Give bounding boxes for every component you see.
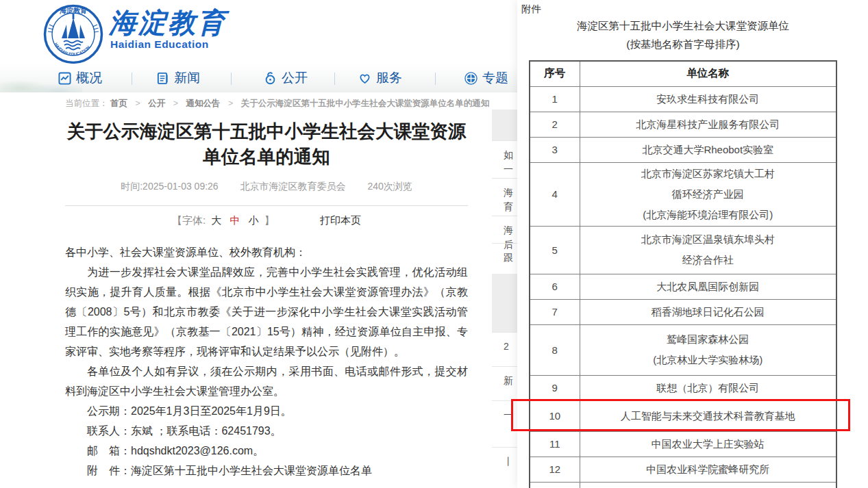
page-title: 关于公示海淀区第十五批中小学生社会大课堂资源单位名单的通知 (65, 119, 468, 170)
table-header-row: 序号 单位名称 (530, 61, 836, 86)
svg-text:海淀教育: 海淀教育 (59, 7, 87, 14)
cell-name: 北京市海淀区温泉镇东埠头村 经济合作社 (580, 226, 836, 274)
attachment-subtitle: (按基地名称首字母排序) (529, 38, 837, 52)
column-header-no: 序号 (530, 61, 580, 86)
table-row: 5北京市海淀区温泉镇东埠头村 经济合作社 (530, 226, 836, 274)
cell-no (530, 482, 580, 488)
font-size-medium-button[interactable]: 中 (230, 214, 240, 226)
cell-no: 9 (530, 375, 580, 400)
table-row-highlighted: 10人工智能与未来交通技术科普教育基地 (530, 400, 836, 431)
table-row: 2北京海星科技产业服务有限公司 (530, 112, 836, 137)
font-size-small-button[interactable]: 小 (249, 214, 259, 226)
cell-name: 人工智能与未来交通技术科普教育基地 (580, 400, 836, 431)
cell-name: 北京市海淀区苏家坨镇大工村 循环经济产业园 (北京海能环境治理有限公司) (580, 162, 836, 226)
nav-item-disclosure[interactable]: 公开 (264, 69, 308, 87)
divider (65, 205, 468, 206)
breadcrumb-notices[interactable]: 通知公告 (186, 99, 221, 108)
resource-units-table: 序号 单位名称 1安玖求生科技有限公司 2北京海星科技产业服务有限公司 3北京交… (529, 60, 837, 488)
cell-name: 联想（北京）有限公司 (580, 375, 836, 400)
font-size-large-button[interactable]: 大 (211, 214, 221, 226)
sidebar-item-fragment: 如 一 (492, 140, 517, 178)
cell-name: 安玖求生科技有限公司 (580, 86, 836, 112)
nav-item-label: 服务 (376, 69, 402, 87)
cell-no: 6 (530, 274, 580, 299)
paragraph: 为进一步发挥社会大课堂品牌效应，完善中小学生社会实践管理，优化活动组织实施，提升… (65, 262, 468, 361)
cell-name: 北京海星科技产业服务有限公司 (580, 112, 836, 137)
sidebar-item-fragment: 跟 (492, 243, 517, 274)
page: 海淀教育 HAIDIAN EDUCATION 海淀教育 Haidian Educ… (0, 0, 868, 488)
breadcrumb-separator: > (173, 99, 178, 108)
meta-views: 240次浏览 (367, 181, 412, 192)
font-size-toolbar: 【字体: 大 中 小 】 打印本页 (65, 214, 468, 227)
cell-no: 11 (530, 431, 580, 457)
attachment-panel: 附件 海淀区第十五批中小学生社会大课堂资源单位 (按基地名称首字母排序) 序号 … (517, 0, 868, 488)
news-icon (156, 72, 169, 85)
cell-name: 中国农业科学院蜜蜂研究所 (580, 457, 836, 482)
table-row: 9联想（北京）有限公司 (530, 375, 836, 400)
sidebar-item-fragment: 2 (492, 332, 517, 366)
nav-separator (231, 73, 232, 85)
meta-source: 北京市海淀区教育委员会 (240, 181, 346, 192)
cell-name: 中国农业大学上庄实验站 (580, 431, 836, 457)
breadcrumb-separator: > (228, 99, 233, 108)
cell-name (580, 482, 836, 488)
sidebar-item-fragment: 海 后 (492, 216, 517, 243)
breadcrumb-home[interactable]: 首页 (110, 99, 127, 108)
paragraph: 各中小学、社会大课堂资源单位、校外教育机构： (65, 242, 468, 262)
paragraph-email: 邮 箱：hdqshdkt2023@126.com。 (65, 441, 468, 461)
nav-item-label: 概况 (76, 69, 102, 87)
article: 关于公示海淀区第十五批中小学生社会大课堂资源单位名单的通知 时间:2025-01… (65, 119, 468, 480)
cell-name: 鹫峰国家森林公园 (北京林业大学实验林场) (580, 324, 836, 375)
font-bar-close: 】 (264, 214, 275, 226)
breadcrumb-separator: > (135, 99, 140, 108)
sidebar-section-header (492, 274, 517, 332)
nav-item-label: 公开 (282, 69, 308, 87)
cell-no: 7 (530, 299, 580, 324)
sidebar-item-fragment: 新 (492, 366, 517, 400)
nav-item-overview[interactable]: 概况 (58, 69, 102, 87)
paragraph-contact: 联系人：东斌 ；联系电话：62451793。 (65, 421, 468, 441)
meta-time: 时间:2025-01-03 09:26 (121, 181, 218, 192)
breadcrumb: 当前位置： 首页 > 公开 > 通知公告 > 关于公示海淀区第十五批中小学生社会… (65, 98, 514, 110)
brand-name-zh: 海淀教育 (109, 4, 227, 42)
unlock-icon (264, 72, 277, 85)
cell-no: 8 (530, 324, 580, 375)
cell-name: 大北农凤凰国际创新园 (580, 274, 836, 299)
nav-item-label: 专题 (482, 69, 508, 87)
site-logo[interactable]: 海淀教育 HAIDIAN EDUCATION 海淀教育 Haidian Educ… (43, 3, 276, 63)
font-bar-open: 【字体: (172, 214, 206, 226)
nav-separator (334, 73, 335, 85)
cell-no: 10 (530, 400, 580, 431)
table-row: 7稻香湖地球日记化石公园 (530, 299, 836, 324)
paragraph-attachment-link: 附 件：海淀区第十五批中小学生社会大课堂资源单位名单 (65, 461, 468, 480)
sidebar-item-fragment: 丨 (492, 447, 517, 487)
attachment-title: 海淀区第十五批中小学生社会大课堂资源单位 (529, 19, 837, 34)
heart-icon (358, 72, 371, 85)
cell-no: 1 (530, 86, 580, 112)
sidebar-section-header (492, 110, 517, 140)
sidebar-item-fragment: 海 育 (492, 178, 517, 216)
attachment-label: 附件 (521, 3, 541, 16)
table-row: 4北京市海淀区苏家坨镇大工村 循环经济产业园 (北京海能环境治理有限公司) (530, 162, 836, 226)
nav-separator (435, 73, 436, 85)
breadcrumb-prefix: 当前位置： (65, 99, 108, 108)
print-page-button[interactable]: 打印本页 (320, 214, 361, 226)
nav-item-news[interactable]: 新闻 (156, 69, 200, 87)
cell-no: 3 (530, 137, 580, 162)
sidebar-item-fragment: 一 (492, 400, 517, 447)
chart-icon (58, 72, 71, 85)
nav-item-services[interactable]: 服务 (358, 69, 402, 87)
nav-item-topics[interactable]: 专题 (464, 69, 508, 87)
breadcrumb-disclosure[interactable]: 公开 (148, 99, 165, 108)
table-row: 3北京交通大学Rheobot实验室 (530, 137, 836, 162)
article-body: 各中小学、社会大课堂资源单位、校外教育机构： 为进一步发挥社会大课堂品牌效应，完… (65, 242, 468, 480)
cell-no: 5 (530, 226, 580, 274)
table-row: 11中国农业大学上庄实验站 (530, 431, 836, 457)
table-row: 1安玖求生科技有限公司 (530, 86, 836, 112)
main-nav: 概况 新闻 公开 服务 专题 (0, 64, 521, 92)
clipped-sidebar-strip: 如 一 海 育 海 后 跟 2 新 一 丨 (491, 108, 517, 488)
cell-no: 4 (530, 162, 580, 226)
haidian-seal-icon: 海淀教育 HAIDIAN EDUCATION (43, 4, 103, 64)
paragraph-publicity-period: 公示期：2025年1月3日至2025年1月9日。 (65, 401, 468, 421)
table-row: 12中国农业科学院蜜蜂研究所 (530, 457, 836, 482)
